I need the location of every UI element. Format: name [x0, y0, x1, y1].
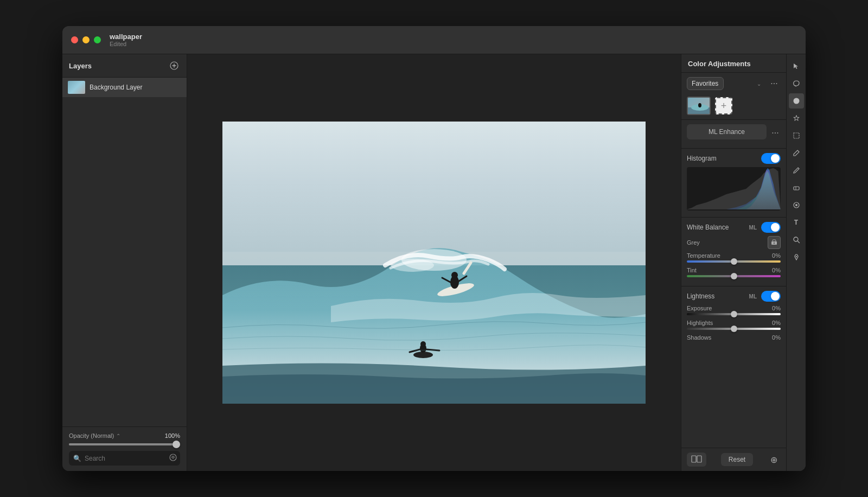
compare-split-button	[687, 453, 706, 467]
lightness-label: Lightness	[687, 292, 714, 300]
white-balance-row: White Balance ML	[687, 222, 781, 233]
chevron-down-icon: ⌄	[757, 81, 761, 87]
white-balance-label: White Balance	[687, 224, 729, 231]
white-balance-toggle[interactable]	[761, 222, 781, 233]
shadows-label: Shadows	[687, 334, 711, 341]
search-icon: 🔍	[73, 455, 81, 462]
search-bar: 🔍	[69, 451, 180, 466]
lasso-tool-button[interactable]	[789, 76, 804, 91]
presets-more-button[interactable]: ···	[768, 77, 781, 90]
brush-tool-button[interactable]	[789, 145, 804, 161]
marquee-tool-button[interactable]	[789, 128, 804, 143]
star-tool-button[interactable]	[789, 111, 804, 126]
svg-rect-27	[794, 133, 799, 138]
lightness-toggle[interactable]	[761, 291, 781, 302]
exposure-label: Exposure	[687, 305, 712, 311]
compare-button[interactable]	[687, 453, 706, 467]
svg-point-26	[793, 98, 799, 104]
temperature-label: Temperature	[687, 252, 720, 259]
search-tool-button[interactable]	[789, 232, 804, 247]
search-filter-button[interactable]	[169, 454, 177, 463]
histogram-toggle[interactable]	[761, 153, 781, 164]
pen-tool-button[interactable]	[789, 250, 804, 265]
svg-line-33	[797, 241, 799, 243]
preset-select-row: Favorites ⌄ ···	[681, 73, 786, 94]
tint-value: 0%	[772, 267, 781, 273]
app-window: wallpaper Edited Layers Background	[62, 26, 806, 471]
circle-tool-button[interactable]	[789, 93, 804, 109]
lightness-row: Lightness ML	[687, 291, 781, 302]
color-adjustments-panel: Color Adjustments Favorites ⌄ ···	[681, 54, 786, 471]
exposure-value: 0%	[772, 305, 781, 311]
reset-button[interactable]: Reset	[721, 453, 753, 466]
search-input[interactable]	[85, 455, 166, 462]
svg-point-6	[391, 259, 434, 272]
histogram-chart	[687, 167, 781, 211]
shadows-slider-row: Shadows 0%	[687, 334, 781, 341]
svg-point-34	[795, 256, 796, 257]
grey-picker-button[interactable]	[768, 236, 781, 249]
highlights-label: Highlights	[687, 320, 713, 326]
histogram-section: Histogram	[681, 148, 786, 217]
temperature-value: 0%	[772, 252, 781, 259]
lightness-section: Lightness ML Exposure 0%	[681, 286, 786, 349]
layers-panel-header: Layers	[62, 54, 187, 78]
shadows-value: 0%	[772, 334, 781, 341]
preset-thumbnails: +	[681, 94, 786, 119]
canvas-image	[222, 122, 646, 404]
highlights-slider-row: Highlights 0%	[687, 320, 781, 330]
ml-enhance-button[interactable]: ML Enhance	[687, 124, 767, 139]
left-panel: Layers Background Layer Opacity (No	[62, 54, 187, 471]
traffic-lights	[71, 36, 101, 43]
type-tool-button[interactable]: T	[789, 215, 804, 230]
layer-background[interactable]: Background Layer	[62, 78, 187, 97]
cursor-tool-button[interactable]	[789, 59, 804, 74]
grey-row: Grey	[687, 236, 781, 249]
add-layer-button[interactable]	[168, 60, 180, 72]
layer-name: Background Layer	[90, 84, 142, 91]
pencil-tool-button[interactable]	[789, 163, 804, 178]
close-button[interactable]	[71, 36, 78, 43]
temperature-slider[interactable]	[687, 260, 781, 263]
svg-point-20	[698, 103, 701, 107]
add-preset-button[interactable]: +	[715, 97, 732, 114]
main-content: Layers Background Layer Opacity (No	[62, 54, 806, 471]
layers-title: Layers	[69, 62, 92, 70]
paint-tool-button[interactable]	[789, 197, 804, 213]
opacity-row: Opacity (Normal) ⌃ 100%	[69, 432, 180, 439]
preset-select-wrapper: Favorites ⌄	[687, 77, 764, 90]
layers-bottom: Opacity (Normal) ⌃ 100% 🔍	[62, 426, 187, 471]
svg-point-22	[774, 243, 775, 244]
highlights-value: 0%	[772, 320, 781, 326]
bottom-more-button[interactable]: ⊕	[768, 453, 781, 466]
white-balance-ml-badge: ML	[749, 225, 757, 231]
temperature-slider-row: Temperature 0%	[687, 252, 781, 263]
exposure-slider[interactable]	[687, 313, 781, 315]
eraser-tool-button[interactable]	[789, 180, 804, 195]
enhance-more-button[interactable]: ···	[770, 126, 781, 139]
white-balance-section: White Balance ML Grey	[681, 217, 786, 286]
preset-thumbnail-1[interactable]	[687, 97, 711, 115]
fullscreen-button[interactable]	[94, 36, 101, 43]
svg-rect-23	[692, 456, 696, 462]
svg-rect-28	[794, 187, 799, 190]
svg-rect-24	[697, 456, 701, 462]
ml-enhance-section: ML Enhance ···	[681, 119, 786, 148]
tint-label: Tint	[687, 267, 697, 273]
preset-select[interactable]: Favorites	[687, 77, 724, 90]
opacity-value: 100%	[165, 432, 180, 439]
tint-slider-row: Tint 0%	[687, 267, 781, 277]
svg-point-14	[420, 341, 426, 347]
shadows-label-row: Shadows 0%	[687, 334, 781, 341]
enhance-row: ML Enhance ···	[687, 124, 781, 144]
histogram-row: Histogram	[687, 153, 781, 164]
opacity-slider[interactable]	[69, 443, 180, 445]
tint-slider[interactable]	[687, 275, 781, 277]
svg-point-32	[794, 237, 798, 241]
highlights-slider[interactable]	[687, 328, 781, 330]
lightness-ml-badge: ML	[749, 294, 757, 300]
exposure-slider-row: Exposure 0%	[687, 305, 781, 315]
canvas-area[interactable]	[187, 54, 681, 471]
minimize-button[interactable]	[82, 36, 90, 43]
svg-point-11	[451, 272, 458, 278]
